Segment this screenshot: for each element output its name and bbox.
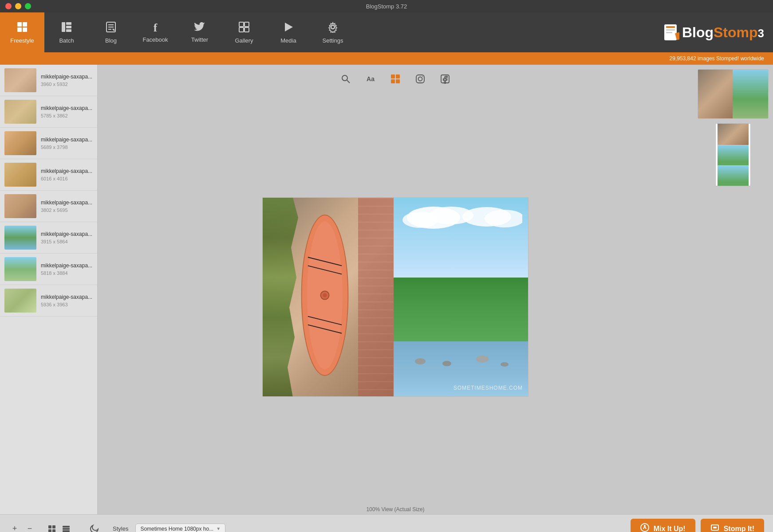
nav-freestyle[interactable]: Freestyle — [0, 12, 44, 52]
mix-label: Mix It Up! — [654, 525, 686, 532]
nav-batch[interactable]: Batch — [44, 12, 89, 52]
list-view-button[interactable] — [60, 523, 72, 532]
svg-rect-54 — [63, 528, 70, 530]
svg-point-39 — [323, 293, 327, 297]
nav-twitter[interactable]: Twitter — [177, 12, 222, 52]
sidebar-thumb — [4, 131, 36, 155]
svg-rect-24 — [391, 74, 395, 78]
sidebar-thumb — [4, 68, 36, 92]
svg-rect-25 — [396, 74, 400, 78]
list-item[interactable]: mikkelpaige-saxapa... 5936 x 3963 — [0, 285, 97, 317]
svg-rect-52 — [52, 529, 55, 532]
stats-bar: 29,953,842 images Stomped! worldwide — [0, 52, 773, 65]
right-panel — [693, 65, 773, 514]
svg-rect-19 — [666, 29, 675, 31]
toolbar-row: Aa — [338, 65, 453, 91]
search-tool-button[interactable] — [338, 71, 354, 87]
grid-view-button[interactable] — [46, 523, 58, 532]
twitter-icon — [194, 22, 205, 34]
svg-rect-50 — [52, 525, 55, 528]
blog-icon — [105, 21, 117, 35]
collage-preview[interactable]: SOMETIMESHOME.COM — [262, 197, 528, 397]
list-item[interactable]: mikkelpaige-saxapa... 3960 x 5932 — [0, 65, 97, 96]
svg-point-45 — [415, 358, 426, 364]
nav-settings[interactable]: Settings — [311, 12, 355, 52]
nav-blog[interactable]: Blog — [89, 12, 133, 52]
batch-label: Batch — [59, 37, 74, 44]
preview-thumb-horizontal[interactable] — [698, 69, 769, 119]
list-item[interactable]: mikkelpaige-saxapa... 6016 x 4016 — [0, 159, 97, 191]
close-button[interactable] — [5, 3, 12, 9]
dark-mode-button[interactable] — [88, 522, 101, 532]
preview-bot-section — [718, 166, 749, 186]
nav-gallery[interactable]: Gallery — [222, 12, 266, 52]
layout-tool-button[interactable] — [387, 71, 403, 87]
maximize-button[interactable] — [25, 3, 31, 9]
window-controls — [5, 3, 31, 9]
svg-rect-49 — [48, 525, 51, 528]
sidebar-item-size: 5818 x 3884 — [41, 270, 92, 276]
brick-wall-decoration — [358, 198, 394, 397]
text-tool-button[interactable]: Aa — [363, 71, 379, 87]
list-item[interactable]: mikkelpaige-saxapa... 5689 x 3798 — [0, 128, 97, 159]
add-image-button[interactable]: + — [9, 523, 20, 532]
svg-rect-26 — [391, 79, 395, 83]
stomp-it-button[interactable]: Stomp It! — [701, 519, 764, 532]
facebook-label: Facebook — [142, 36, 168, 43]
svg-rect-2 — [17, 27, 22, 32]
svg-point-29 — [418, 77, 422, 81]
sidebar-item-info: mikkelpaige-saxapa... 3960 x 5932 — [41, 74, 92, 87]
instagram-tool-button[interactable] — [412, 71, 428, 87]
sidebar-thumb — [4, 163, 36, 187]
watermark: SOMETIMESHOME.COM — [454, 385, 523, 391]
preview-mid-section — [718, 145, 749, 165]
list-item[interactable]: mikkelpaige-saxapa... 3915 x 5864 — [0, 222, 97, 254]
preview-small-inner — [718, 124, 749, 186]
collage-left-image — [263, 198, 394, 397]
window-title: BlogStomp 3.72 — [366, 3, 407, 10]
sidebar-item-info: mikkelpaige-saxapa... 5689 x 3798 — [41, 137, 92, 150]
sidebar-item-size: 3915 x 5864 — [41, 239, 92, 244]
svg-rect-6 — [66, 26, 71, 28]
sidebar-item-info: mikkelpaige-saxapa... 5785 x 3862 — [41, 105, 92, 118]
sidebar-thumb — [4, 100, 36, 124]
styles-dropdown[interactable]: Sometimes Home 1080px ho... ▼ — [135, 524, 225, 532]
gallery-label: Gallery — [235, 37, 253, 44]
preview-thumb-vertical[interactable] — [715, 123, 751, 186]
view-label: 100% View (Actual Size) — [366, 503, 424, 514]
sidebar-item-size: 3960 x 5932 — [41, 82, 92, 87]
svg-rect-1 — [23, 22, 27, 27]
navbar: Freestyle Batch Blog f Facebook — [0, 12, 773, 52]
list-item[interactable]: mikkelpaige-saxapa... 5818 x 3884 — [0, 254, 97, 285]
facebook-tool-button[interactable] — [437, 71, 453, 87]
nav-media[interactable]: Media — [266, 12, 311, 52]
sidebar-thumb — [4, 257, 36, 281]
logo-blog: Blog — [682, 24, 714, 40]
svg-point-22 — [342, 75, 347, 81]
nav-facebook[interactable]: f Facebook — [133, 12, 177, 52]
mix-it-up-button[interactable]: Mix It Up! — [631, 519, 695, 532]
list-item[interactable]: mikkelpaige-saxapa... 5785 x 3862 — [0, 96, 97, 128]
kayak-shape — [289, 207, 360, 384]
freestyle-label: Freestyle — [10, 37, 34, 44]
sidebar-item-name: mikkelpaige-saxapa... — [41, 168, 92, 174]
sidebar-item-size: 3802 x 5695 — [41, 207, 92, 213]
trees-decoration — [394, 278, 528, 348]
svg-rect-15 — [245, 27, 249, 32]
logo-text: BlogStomp3 — [682, 24, 764, 41]
view-mode-controls — [46, 523, 72, 532]
sidebar-item-name: mikkelpaige-saxapa... — [41, 105, 92, 111]
twitter-label: Twitter — [191, 36, 208, 43]
freestyle-icon — [16, 21, 28, 35]
styles-label: Styles — [113, 525, 128, 532]
remove-image-button[interactable]: − — [24, 523, 35, 532]
list-item[interactable]: mikkelpaige-saxapa... 3802 x 5695 — [0, 191, 97, 222]
sidebar-item-name: mikkelpaige-saxapa... — [41, 262, 92, 269]
minimize-button[interactable] — [15, 3, 21, 9]
svg-rect-13 — [245, 22, 249, 27]
preview-left-half — [698, 70, 733, 118]
preview-top-section — [718, 124, 749, 145]
styles-value: Sometimes Home 1080px ho... — [140, 526, 213, 532]
gallery-icon — [238, 21, 250, 35]
svg-rect-28 — [416, 75, 424, 83]
